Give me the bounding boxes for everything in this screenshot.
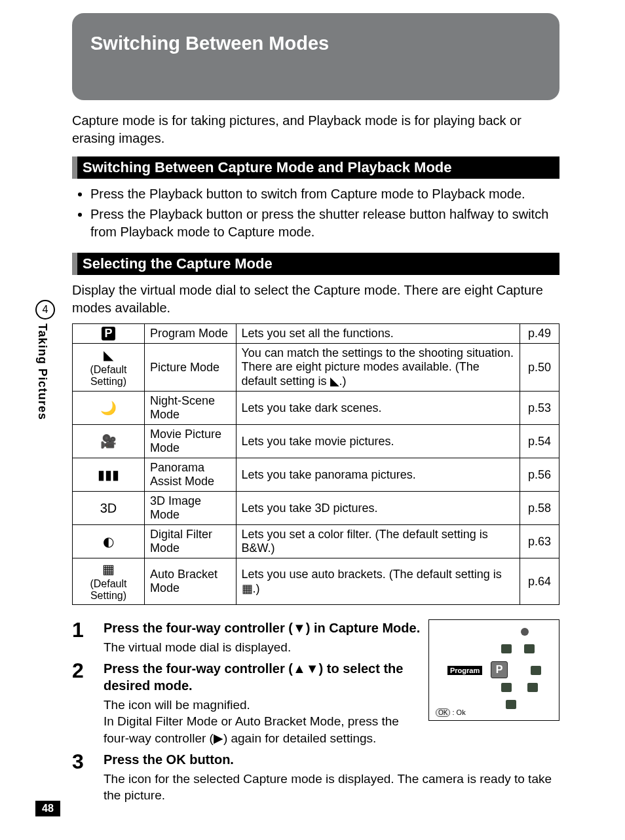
mode-icon: 🌙	[100, 400, 117, 416]
section2-lead: Display the virtual mode dial to select …	[72, 282, 559, 317]
mode-icon-cell: ▮▮▮	[73, 458, 145, 492]
mode-name: Digital Filter Mode	[145, 525, 237, 558]
intro-text: Capture mode is for taking pictures, and…	[72, 112, 559, 147]
dial-movie-icon	[527, 683, 538, 692]
table-row: ▦(Default Setting)Auto Bracket ModeLets …	[73, 558, 559, 605]
mode-icon-cell: 🌙	[73, 392, 145, 425]
bullet-item: Press the Playback button or press the s…	[90, 206, 559, 241]
modes-table: PProgram ModeLets you set all the functi…	[72, 323, 559, 605]
mode-icon: P	[102, 327, 115, 340]
mode-page-ref: p.64	[520, 558, 559, 605]
mode-icon-cell: 3D	[73, 492, 145, 525]
step-text: The icon will be magnified.In Digital Fi…	[104, 697, 421, 747]
step-number: 2	[72, 660, 92, 747]
mode-icon: 🎥	[100, 433, 117, 449]
mode-icon-cell: 🎥	[73, 425, 145, 458]
page-body: Switching Between Modes Capture mode is …	[0, 0, 625, 840]
mode-name: Panorama Assist Mode	[145, 458, 237, 492]
step-title: Press the OK button.	[104, 751, 559, 768]
mode-description: Lets you take movie pictures.	[236, 425, 520, 458]
step-body: Press the four-way controller (▼) in Cap…	[104, 619, 421, 656]
dial-3d-icon	[524, 644, 535, 653]
page-number: 48	[35, 801, 60, 816]
page-title: Switching Between Modes	[72, 13, 559, 100]
mode-dial-figure: Program P OK : Ok	[428, 619, 559, 721]
mode-page-ref: p.54	[520, 425, 559, 458]
mode-name: Night-Scene Mode	[145, 392, 237, 425]
step: 1Press the four-way controller (▼) in Ca…	[72, 619, 421, 656]
table-row: 🌙Night-Scene ModeLets you take dark scen…	[73, 392, 559, 425]
section-heading-1: Switching Between Capture Mode and Playb…	[72, 156, 559, 179]
step-body: Press the four-way controller (▲▼) to se…	[104, 660, 421, 747]
mode-icon: ▮▮▮	[98, 467, 119, 483]
mode-description: You can match the settings to the shooti…	[236, 344, 520, 392]
mode-icon-cell: ◣(Default Setting)	[73, 344, 145, 392]
mode-description: Lets you take dark scenes.	[236, 392, 520, 425]
step-body: Press the OK button.The icon for the sel…	[104, 751, 559, 804]
mode-page-ref: p.63	[520, 525, 559, 558]
mode-description: Lets you set a color filter. (The defaul…	[236, 525, 520, 558]
table-row: ◐Digital Filter ModeLets you set a color…	[73, 525, 559, 558]
mode-page-ref: p.53	[520, 392, 559, 425]
mode-name: Auto Bracket Mode	[145, 558, 237, 605]
mode-description: Lets you set all the functions.	[236, 324, 520, 344]
dial-program-label: Program	[447, 666, 482, 675]
section-heading-2: Selecting the Capture Mode	[72, 253, 559, 275]
step-text: The icon for the selected Capture mode i…	[104, 771, 559, 804]
step: 2Press the four-way controller (▲▼) to s…	[72, 660, 421, 747]
mode-name: 3D Image Mode	[145, 492, 237, 525]
dial-ok-hint: OK : Ok	[436, 708, 466, 716]
mode-icon: ◣	[104, 347, 113, 363]
mode-page-ref: p.50	[520, 344, 559, 392]
dial-selected-mode-tile: P	[491, 661, 508, 678]
mode-name: Program Mode	[145, 324, 237, 344]
mode-icon: ▦	[102, 561, 115, 577]
dial-picture-icon	[501, 683, 512, 692]
dial-bracket-icon	[501, 644, 512, 653]
bullet-item: Press the Playback button to switch from…	[90, 185, 559, 203]
mode-icon-cell: ▦(Default Setting)	[73, 558, 145, 605]
step: 3Press the OK button.The icon for the se…	[72, 751, 559, 804]
table-row: ▮▮▮Panorama Assist ModeLets you take pan…	[73, 458, 559, 492]
mode-name: Picture Mode	[145, 344, 237, 392]
mode-page-ref: p.49	[520, 324, 559, 344]
dial-panorama-icon	[531, 666, 541, 675]
section1-bullets: Press the Playback button to switch from…	[72, 185, 559, 241]
table-row: PProgram ModeLets you set all the functi…	[73, 324, 559, 344]
mode-description: Lets you use auto brackets. (The default…	[236, 558, 520, 605]
step-title: Press the four-way controller (▲▼) to se…	[104, 660, 421, 694]
step-text: The virtual mode dial is displayed.	[104, 639, 421, 656]
mode-icon-sub: (Default Setting)	[78, 578, 139, 602]
table-row: 3D3D Image ModeLets you take 3D pictures…	[73, 492, 559, 525]
mode-icon: 3D	[100, 501, 117, 516]
mode-page-ref: p.58	[520, 492, 559, 525]
step-title: Press the four-way controller (▼) in Cap…	[104, 619, 421, 636]
mode-icon: ◐	[103, 534, 114, 549]
mode-icon-cell: P	[73, 324, 145, 344]
step-number: 1	[72, 619, 92, 656]
table-row: ◣(Default Setting)Picture ModeYou can ma…	[73, 344, 559, 392]
mode-description: Lets you take panorama pictures.	[236, 458, 520, 492]
mode-icon-cell: ◐	[73, 525, 145, 558]
mode-icon-sub: (Default Setting)	[78, 364, 139, 388]
mode-name: Movie Picture Mode	[145, 425, 237, 458]
table-row: 🎥Movie Picture ModeLets you take movie p…	[73, 425, 559, 458]
mode-page-ref: p.56	[520, 458, 559, 492]
dial-night-icon	[506, 700, 516, 709]
dial-filter-icon	[521, 628, 529, 636]
mode-description: Lets you take 3D pictures.	[236, 492, 520, 525]
step-number: 3	[72, 751, 92, 804]
